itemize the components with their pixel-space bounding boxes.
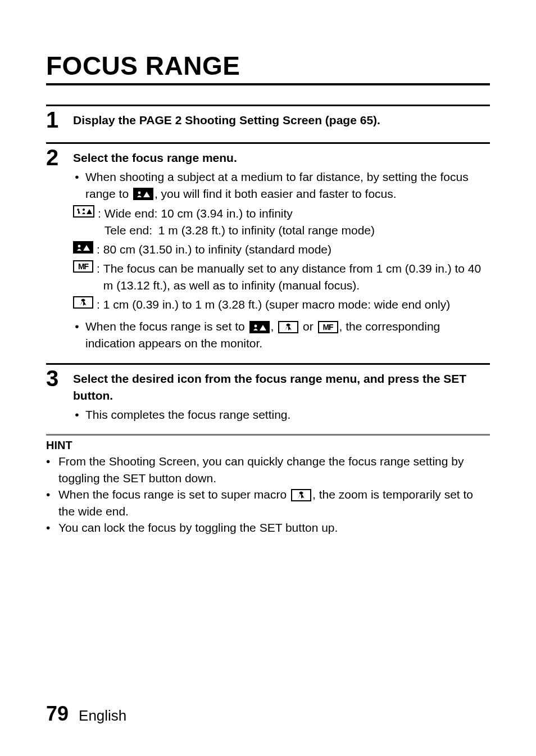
note-sep2: or xyxy=(299,320,316,333)
step-sub: This completes the focus range setting. xyxy=(85,406,290,423)
step-number: 1 xyxy=(46,108,63,131)
super-macro-icon xyxy=(278,321,298,333)
page-footer: 79 English xyxy=(46,702,126,726)
step-heading: Select the desired icon from the focus r… xyxy=(73,370,490,404)
tele-value: 1 m (3.28 ft.) to infinity (total range … xyxy=(158,224,375,237)
intro-post: , you will find it both easier and faste… xyxy=(155,187,397,200)
wide-value: 10 cm (3.94 in.) to infinity xyxy=(161,207,293,220)
hint-title: HINT xyxy=(46,439,490,452)
standard-mode-icon xyxy=(73,241,93,253)
step-number: 2 xyxy=(46,146,63,169)
hint-pre: When the focus range is set to super mac… xyxy=(58,488,290,501)
mode-standard: : 80 cm (31.50 in.) to infinity (standar… xyxy=(73,241,490,258)
svg-point-0 xyxy=(138,192,141,194)
bullet: • xyxy=(73,169,81,202)
focus-range-note: When the focus range is set to , or MF, … xyxy=(85,318,490,352)
note-pre: When the focus range is set to xyxy=(85,320,248,333)
step-heading: Select the focus range menu. xyxy=(73,150,490,166)
total-range-icon xyxy=(73,205,94,218)
mf-desc: The focus can be manually set to any dis… xyxy=(103,260,490,294)
mode-total-range: : Wide end: 10 cm (3.94 in.) to infinity… xyxy=(73,205,490,239)
colon: : xyxy=(97,241,100,258)
hint-text: When the focus range is set to super mac… xyxy=(58,486,490,519)
mf-icon: MF xyxy=(318,321,338,333)
hint-item: •When the focus range is set to super ma… xyxy=(46,486,490,519)
hint-text: You can lock the focus by toggling the S… xyxy=(58,519,338,536)
colon: : xyxy=(97,296,100,313)
step-number: 3 xyxy=(46,367,63,390)
note-sep1: , xyxy=(271,320,278,333)
step-3: 3 Select the desired icon from the focus… xyxy=(46,363,490,423)
step-2: 2 Select the focus range menu. • When sh… xyxy=(46,142,490,352)
standard-desc: 80 cm (31.50 in.) to infinity (standard … xyxy=(103,241,490,258)
hint-text: From the Shooting Screen, you can quickl… xyxy=(58,453,490,486)
svg-point-3 xyxy=(254,324,257,327)
bullet: • xyxy=(73,318,81,352)
page-number: 79 xyxy=(46,702,69,726)
colon: : xyxy=(98,205,101,222)
step-heading: Display the PAGE 2 Shooting Setting Scre… xyxy=(73,112,490,129)
hint-item: •From the Shooting Screen, you can quick… xyxy=(46,453,490,486)
svg-point-1 xyxy=(83,209,85,211)
bullet: • xyxy=(73,406,81,423)
step-intro: When shooting a subject at a medium to f… xyxy=(85,169,490,202)
svg-point-2 xyxy=(78,245,81,248)
colon: : xyxy=(97,260,100,277)
mode-manual-focus: MF : The focus can be manually set to an… xyxy=(73,260,490,294)
mf-icon: MF xyxy=(73,260,93,273)
mode-super-macro: : 1 cm (0.39 in.) to 1 m (3.28 ft.) (sup… xyxy=(73,296,490,313)
step-1: 1 Display the PAGE 2 Shooting Setting Sc… xyxy=(46,105,490,131)
page-title: FOCUS RANGE xyxy=(46,51,490,85)
super-macro-icon xyxy=(291,489,311,501)
tele-label: Tele end: xyxy=(105,222,158,239)
hint-separator xyxy=(46,434,490,436)
wide-label: Wide end: xyxy=(105,207,158,220)
language-label: English xyxy=(79,707,126,725)
focus-mode-list: : Wide end: 10 cm (3.94 in.) to infinity… xyxy=(73,205,490,313)
standard-mode-icon xyxy=(249,321,270,333)
standard-mode-icon xyxy=(133,188,153,200)
super-macro-icon xyxy=(73,296,93,309)
hint-item: •You can lock the focus by toggling the … xyxy=(46,519,490,536)
hint-list: •From the Shooting Screen, you can quick… xyxy=(46,453,490,536)
macro-desc: 1 cm (0.39 in.) to 1 m (3.28 ft.) (super… xyxy=(103,296,490,313)
